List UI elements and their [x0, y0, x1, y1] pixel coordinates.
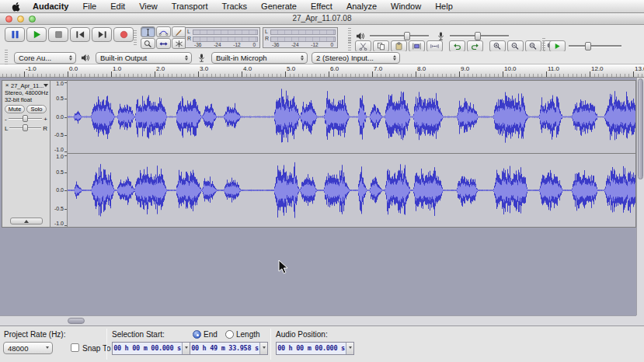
vertical-scrollbar[interactable]	[636, 78, 644, 315]
menu-edit[interactable]: Edit	[103, 0, 132, 12]
combo-arrows-icon	[66, 54, 75, 62]
window-titlebar[interactable]: 27_Apr_11.07.08	[0, 13, 644, 25]
envelope-tool-button[interactable]	[156, 26, 171, 37]
track-area[interactable]: × 27_Apr_11... Stereo, 48000Hz 32-bit fl…	[0, 78, 636, 315]
pause-button[interactable]	[5, 27, 25, 42]
playback-meter[interactable]: L R -36-24-120	[185, 27, 260, 48]
zoom-sel-button[interactable]	[525, 40, 541, 52]
waveform-left-channel[interactable]	[68, 81, 635, 153]
vertical-scrollbar-thumb[interactable]	[638, 78, 643, 179]
output-device-icon	[80, 53, 92, 63]
ruler-tick	[503, 71, 503, 77]
menu-tracks[interactable]: Tracks	[215, 0, 255, 12]
amplitude-tick	[64, 135, 67, 136]
pan-slider[interactable]	[9, 124, 41, 132]
play-button[interactable]	[26, 27, 47, 42]
length-radio[interactable]	[225, 330, 234, 339]
zoom-tool-button[interactable]	[141, 38, 155, 49]
close-track-button[interactable]: ×	[4, 82, 10, 89]
apple-icon	[12, 2, 20, 12]
timeshift-tool-button[interactable]	[156, 38, 171, 49]
close-window-button[interactable]	[5, 16, 12, 23]
input-channels-select[interactable]: 2 (Stereo) Input...	[312, 52, 400, 64]
play-at-speed-button[interactable]	[549, 40, 566, 52]
horizontal-scrollbar[interactable]	[0, 315, 636, 325]
toolbar-grip[interactable]	[134, 30, 137, 46]
track-format-info: Stereo, 48000Hz	[2, 89, 50, 96]
cut-button[interactable]	[355, 40, 371, 52]
waveform-right-channel[interactable]	[68, 154, 635, 227]
ruler-tick	[68, 71, 68, 77]
meter-right-label: R	[265, 36, 270, 42]
redo-icon	[470, 42, 480, 50]
input-device-select[interactable]: Built-in Microph	[211, 52, 308, 64]
menu-window[interactable]: Window	[384, 0, 428, 12]
selection-end-time[interactable]: 00 h 49 m 33.958 s	[190, 342, 268, 355]
slider-thumb[interactable]	[585, 42, 591, 50]
meter-scale-value: -12	[233, 42, 240, 48]
output-device-select[interactable]: Built-in Output	[96, 52, 192, 64]
time-dropdown-icon[interactable]	[259, 343, 267, 354]
audio-position-time[interactable]: 00 h 00 m 00.000 s	[276, 342, 354, 355]
recording-meter[interactable]: L R -36-24-120	[263, 27, 338, 48]
slider-thumb[interactable]	[23, 124, 28, 131]
selection-tool-button[interactable]	[141, 26, 155, 37]
horizontal-scrollbar-thumb[interactable]	[68, 318, 85, 324]
playback-speed-slider[interactable]	[567, 41, 623, 51]
minimize-window-button[interactable]	[17, 16, 24, 23]
menu-transport[interactable]: Transport	[165, 0, 215, 12]
slider-thumb[interactable]	[23, 115, 28, 122]
audio-position-label: Audio Position:	[276, 330, 328, 339]
ruler-tick	[111, 71, 112, 77]
stop-button[interactable]	[48, 27, 68, 42]
zoom-out-icon	[510, 42, 520, 50]
zoom-window-button[interactable]	[29, 16, 36, 23]
amplitude-label: 1.0	[56, 81, 64, 87]
rewind-button[interactable]	[70, 27, 90, 42]
ruler-tick-label: 9.0	[461, 65, 469, 72]
undo-button[interactable]	[449, 40, 465, 52]
mute-button[interactable]: Mute	[5, 105, 25, 113]
toolbar-grip[interactable]	[5, 50, 8, 65]
menu-view[interactable]: View	[132, 0, 165, 12]
record-button[interactable]	[113, 27, 134, 42]
track-title[interactable]: 27_Apr_11...	[11, 82, 44, 89]
zoom-in-button[interactable]	[489, 40, 506, 52]
menu-generate[interactable]: Generate	[254, 0, 304, 12]
project-rate-select[interactable]: 48000	[3, 342, 53, 354]
time-dropdown-icon[interactable]	[346, 343, 353, 354]
ruler-tick-label: 13.0	[635, 65, 644, 72]
copy-button[interactable]	[373, 40, 389, 52]
meter-left-label: L	[187, 29, 193, 35]
meter-scale-value: -36	[194, 42, 201, 48]
selection-start-time[interactable]: 00 h 00 m 00.000 s	[112, 342, 190, 355]
forward-button[interactable]	[92, 27, 112, 42]
track-menu-icon[interactable]	[44, 84, 48, 89]
meter-left-label: L	[265, 29, 270, 35]
menu-file[interactable]: File	[75, 0, 103, 12]
collapse-track-button[interactable]	[10, 218, 43, 225]
timeline-ruler[interactable]: -1.00.01.02.03.04.05.06.07.08.09.010.011…	[0, 64, 644, 78]
solo-button[interactable]: Solo	[26, 105, 47, 113]
paste-button[interactable]	[391, 40, 407, 52]
apple-menu[interactable]	[6, 2, 26, 12]
track-control-panel: × 27_Apr_11... Stereo, 48000Hz 32-bit fl…	[2, 81, 50, 227]
gain-min-label: -	[5, 116, 7, 123]
menu-help[interactable]: Help	[428, 0, 460, 12]
menu-audacity[interactable]: Audacity	[26, 0, 75, 12]
silence-button[interactable]	[426, 40, 443, 52]
zoom-out-button[interactable]	[507, 40, 524, 52]
meter-right-label: R	[187, 36, 193, 42]
zoom-in-icon	[493, 42, 503, 50]
gain-slider[interactable]	[9, 115, 43, 123]
menu-effect[interactable]: Effect	[304, 0, 339, 12]
time-dropdown-icon[interactable]	[182, 343, 190, 354]
audio-host-select[interactable]: Core Au...	[14, 52, 76, 64]
menu-analyze[interactable]: Analyze	[339, 0, 384, 12]
amplitude-label: 0.5	[56, 96, 64, 102]
amplitude-label: -0.5	[54, 132, 64, 138]
snap-to-checkbox[interactable]	[71, 343, 79, 352]
redo-button[interactable]	[467, 40, 483, 52]
trim-button[interactable]	[409, 40, 425, 52]
end-radio[interactable]	[193, 330, 201, 339]
